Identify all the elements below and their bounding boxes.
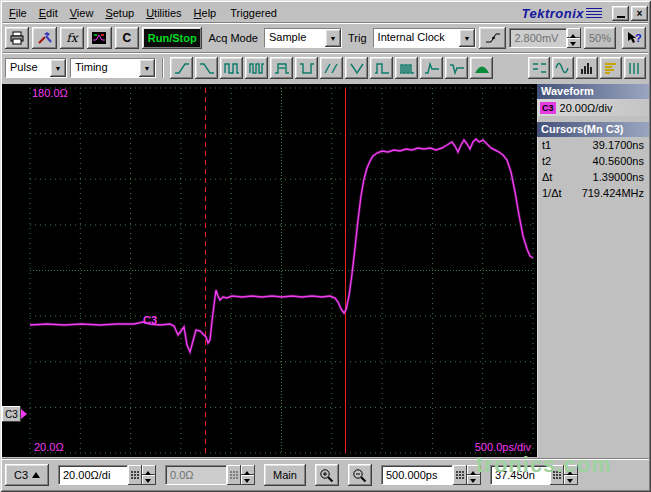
trace-label: C3 <box>143 314 157 326</box>
meas-frequency-button[interactable] <box>245 57 268 79</box>
menu-utilities[interactable]: Utilities <box>140 6 187 20</box>
context-help-button[interactable]: ? <box>622 27 646 49</box>
trigger-slope-button[interactable] <box>479 27 506 49</box>
set-to-50pct-button[interactable]: 50% <box>584 27 615 49</box>
vertical-offset-spinner[interactable] <box>241 465 255 485</box>
vertical-scale-spinner[interactable] <box>142 465 156 485</box>
horizontal-position-spinner[interactable] <box>564 465 578 485</box>
frequency-icon <box>249 62 265 75</box>
positive-width-icon <box>274 62 290 75</box>
positive-overshoot-icon <box>424 62 440 75</box>
channel-marker-text: C3 <box>2 406 21 422</box>
math-button[interactable]: fx <box>60 27 84 49</box>
horizontal-scale-keypad-button[interactable] <box>453 465 467 485</box>
spin-up-icon[interactable] <box>467 465 481 475</box>
meas-fall-time-button[interactable] <box>195 57 218 79</box>
c3-trace[interactable] <box>30 139 533 352</box>
measure-type-value: Timing <box>71 59 139 77</box>
popup-arrow-icon <box>32 468 40 478</box>
trigger-level-spinner[interactable] <box>567 28 581 48</box>
spin-down-icon[interactable] <box>467 475 481 485</box>
waveform-database-button[interactable] <box>552 57 574 79</box>
horizontal-position-keypad-button[interactable] <box>550 465 564 485</box>
acq-mode-select[interactable]: Sample ▼ <box>264 28 342 48</box>
vertical-scale-keypad-button[interactable] <box>128 465 142 485</box>
print-button[interactable] <box>5 27 29 49</box>
readout-row-t1: t1 39.1700ns <box>537 137 649 153</box>
trigger-level-input[interactable]: 2.800mV <box>509 28 567 48</box>
chevron-down-icon[interactable]: ▼ <box>50 59 66 77</box>
readout-value: 1.39000ns <box>593 171 644 183</box>
spin-down-icon[interactable] <box>564 475 578 485</box>
meas-period-button[interactable] <box>220 57 243 79</box>
vertical-bars-icon <box>627 61 643 76</box>
chevron-down-icon[interactable]: ▼ <box>139 59 155 77</box>
chevron-down-icon[interactable]: ▼ <box>459 29 475 47</box>
channel-select-button[interactable]: C3 <box>5 464 49 486</box>
horizontal-controls-bar: C3 20.00Ω/di 0.0Ω Main 500.000ps 37.450n <box>2 459 649 490</box>
mask-icon <box>531 61 547 76</box>
spin-up-icon[interactable] <box>564 465 578 475</box>
timebase-label: 500.0ps/div <box>475 441 531 453</box>
meas-negative-width-button[interactable] <box>295 57 318 79</box>
meas-positive-overshoot-button[interactable] <box>420 57 443 79</box>
bottom-impedance-label: 20.0Ω <box>34 441 64 453</box>
readout-value: 40.5600ns <box>593 155 644 167</box>
horizontal-position-control: 37.450n <box>490 465 578 485</box>
meas-positive-width-button[interactable] <box>270 57 293 79</box>
setup-dialogs-button[interactable] <box>32 27 56 49</box>
rise-time-icon <box>174 62 190 75</box>
channel-scale-row[interactable]: C3 20.00Ω/div <box>537 99 649 116</box>
channel-marker[interactable]: C3 <box>2 406 32 422</box>
measure-category-select[interactable]: Pulse ▼ <box>5 58 67 78</box>
menu-help[interactable]: Help <box>188 6 223 20</box>
spin-up-icon[interactable] <box>142 465 156 475</box>
chevron-down-icon[interactable]: ▼ <box>325 29 341 47</box>
meas-burst-width-button[interactable] <box>395 57 418 79</box>
waveform-display[interactable]: 180.0Ω 20.0Ω 500.0ps/div C3 C3 <box>2 84 537 457</box>
horizontal-position-field[interactable]: 37.450n <box>490 465 550 485</box>
run-stop-button[interactable]: Run/Stop <box>142 27 202 49</box>
vertical-scale-field[interactable]: 20.00Ω/di <box>58 465 128 485</box>
tektronix-logo-stripes <box>586 8 602 19</box>
close-button[interactable]: × <box>631 6 648 21</box>
spin-down-icon[interactable] <box>241 475 255 485</box>
readout-label: Δt <box>542 171 552 183</box>
app-window: { "menu": { "items": ["File", "Edit", "V… <box>0 0 651 492</box>
histogram-vertical-button[interactable] <box>576 57 598 79</box>
meas-negative-overshoot-button[interactable] <box>445 57 468 79</box>
menu-view[interactable]: View <box>64 6 100 20</box>
histogram-horizontal-button[interactable] <box>600 57 622 79</box>
spin-up-icon[interactable] <box>241 465 255 475</box>
acq-mode-label: Acq Mode <box>205 32 261 44</box>
measure-type-select[interactable]: Timing ▼ <box>70 58 156 78</box>
menu-file[interactable]: File <box>3 6 33 20</box>
readout-row-t2: t2 40.5600ns <box>537 153 649 169</box>
keypad-icon <box>552 469 562 481</box>
spin-down-icon[interactable] <box>142 475 156 485</box>
horizontal-scale-field[interactable]: 500.000ps <box>381 465 453 485</box>
vertical-bars-button[interactable] <box>624 57 646 79</box>
mask-button[interactable] <box>87 27 111 49</box>
trig-label: Trig <box>345 32 370 44</box>
meas-area-button[interactable] <box>470 57 493 79</box>
cursor-button[interactable]: C <box>115 27 139 49</box>
minimize-button[interactable] <box>612 6 629 21</box>
meas-rise-time-button[interactable] <box>170 57 193 79</box>
vertical-offset-field[interactable]: 0.0Ω <box>165 465 227 485</box>
meas-positive-duty-button[interactable] <box>370 57 393 79</box>
mask-button[interactable] <box>528 57 550 79</box>
meas-phase-button[interactable] <box>345 57 368 79</box>
zoom-out-button[interactable] <box>348 464 372 486</box>
spin-down-icon[interactable] <box>567 38 581 48</box>
spin-up-icon[interactable] <box>567 28 581 38</box>
vertical-offset-keypad-button[interactable] <box>227 465 241 485</box>
trig-source-select[interactable]: Internal Clock ▼ <box>373 28 476 48</box>
display-mode-buttons <box>528 57 646 79</box>
zoom-in-button[interactable] <box>315 464 339 486</box>
main-timebase-button[interactable]: Main <box>264 464 306 486</box>
menu-edit[interactable]: Edit <box>33 6 64 20</box>
horizontal-scale-spinner[interactable] <box>467 465 481 485</box>
menu-setup[interactable]: Setup <box>99 6 140 20</box>
meas-delay-button[interactable] <box>320 57 343 79</box>
